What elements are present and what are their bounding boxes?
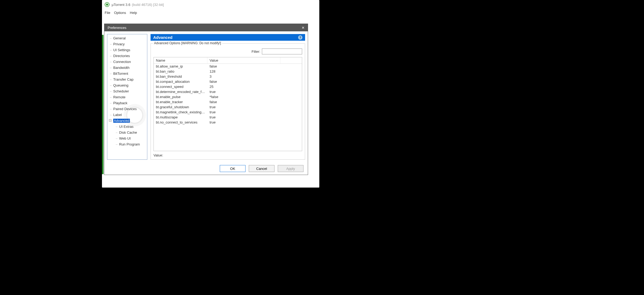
table-row[interactable]: bt.enable_trackerfalse	[154, 99, 302, 104]
tree-item-paired-devices[interactable]: Paired Devices	[107, 106, 147, 112]
app-window: µTorrent 3.6 (build 46716) [32-bit] File…	[102, 0, 319, 188]
utorrent-icon	[105, 2, 109, 7]
tree-item-ui-extras[interactable]: UI Extras	[107, 124, 147, 130]
tree-item-bandwidth[interactable]: Bandwidth	[107, 65, 147, 71]
menu-options[interactable]: Options	[114, 11, 126, 15]
tree-expander-icon[interactable]: −	[109, 119, 111, 122]
tree-item-general[interactable]: General	[107, 35, 147, 41]
filter-input[interactable]	[262, 48, 302, 54]
help-icon[interactable]: ?	[298, 35, 302, 40]
col-spacer	[280, 57, 302, 64]
table-row[interactable]: bt.enable_pulse*false	[154, 94, 302, 99]
preferences-title: Preferences	[108, 26, 126, 30]
tree-item-disk-cache[interactable]: Disk Cache	[107, 130, 147, 136]
section-title: Advanced	[153, 35, 173, 40]
filter-label: Filter:	[252, 50, 261, 54]
table-row[interactable]: bt.no_connect_to_servicestrue	[154, 120, 302, 125]
table-header[interactable]: Name Value	[154, 57, 302, 64]
table-row[interactable]: bt.ban_ratio128	[154, 69, 302, 74]
table-body[interactable]: bt.allow_same_ipfalse bt.ban_ratio128 bt…	[154, 64, 302, 151]
tree-item-advanced[interactable]: − Advanced	[107, 118, 147, 124]
tree-item-label[interactable]: Label	[107, 112, 147, 118]
tree-item-bittorrent[interactable]: BitTorrent	[107, 71, 147, 77]
tree-item-remote[interactable]: Remote	[107, 94, 147, 100]
tree-item-transfer-cap[interactable]: Transfer Cap	[107, 77, 147, 83]
section-header: Advanced ?	[151, 34, 305, 41]
table-row[interactable]: bt.compact_allocationfalse	[154, 79, 302, 84]
cancel-button[interactable]: Cancel	[249, 165, 275, 172]
apply-button[interactable]: Apply	[278, 165, 303, 172]
category-tree[interactable]: General Privacy UI Settings Directories …	[107, 34, 147, 160]
table-row[interactable]: bt.magnetlink_check_existing_...true	[154, 110, 302, 115]
table-row[interactable]: bt.connect_speed25	[154, 84, 302, 89]
filter-row: Filter:	[153, 48, 302, 54]
tree-item-playback[interactable]: Playback	[107, 100, 147, 106]
sidebar-accent	[102, 35, 104, 174]
table-row[interactable]: bt.multiscrapetrue	[154, 115, 302, 120]
tree-item-queueing[interactable]: Queueing	[107, 83, 147, 88]
col-value[interactable]: Value	[207, 57, 280, 64]
table-row[interactable]: bt.allow_same_ipfalse	[154, 64, 302, 69]
preferences-titlebar: Preferences ✕	[104, 24, 308, 31]
col-name[interactable]: Name	[154, 57, 207, 64]
advanced-options-group: Advanced Options [WARNING: Do not modify…	[151, 43, 305, 160]
tree-item-ui-settings[interactable]: UI Settings	[107, 47, 147, 53]
tree-item-privacy[interactable]: Privacy	[107, 41, 147, 47]
group-title: Advanced Options [WARNING: Do not modify…	[153, 41, 222, 45]
preferences-dialog: Preferences ✕ General Privacy UI Setting…	[104, 24, 308, 175]
options-table: Name Value bt.allow_same_ipfalse bt.ban_…	[153, 57, 302, 151]
app-title: µTorrent 3.6 (build 46716) [32-bit]	[112, 3, 164, 7]
tree-item-connection[interactable]: Connection	[107, 59, 147, 65]
tree-item-directories[interactable]: Directories	[107, 53, 147, 59]
table-row[interactable]: bt.ban_threshold3	[154, 74, 302, 79]
menu-file[interactable]: File	[105, 11, 110, 15]
tree-item-run-program[interactable]: Run Program	[107, 141, 147, 147]
menubar: File Options Help	[102, 9, 319, 17]
preferences-body: General Privacy UI Settings Directories …	[104, 31, 308, 162]
value-row: Value:	[153, 153, 302, 157]
right-panel: Advanced ? Advanced Options [WARNING: Do…	[151, 34, 305, 160]
titlebar: µTorrent 3.6 (build 46716) [32-bit]	[102, 0, 319, 9]
dialog-buttons: OK Cancel Apply	[104, 162, 308, 175]
tree-item-web-ui[interactable]: Web UI	[107, 136, 147, 141]
menu-help[interactable]: Help	[130, 11, 137, 15]
value-label: Value:	[153, 153, 163, 157]
ok-button[interactable]: OK	[220, 165, 246, 172]
table-row[interactable]: bt.determine_encoded_rate_fo...true	[154, 89, 302, 94]
table-row[interactable]: bt.graceful_shutdowntrue	[154, 104, 302, 110]
build-info: (build 46716) [32-bit]	[132, 3, 164, 7]
close-icon[interactable]: ✕	[300, 26, 306, 30]
tree-item-scheduler[interactable]: Scheduler	[107, 88, 147, 94]
